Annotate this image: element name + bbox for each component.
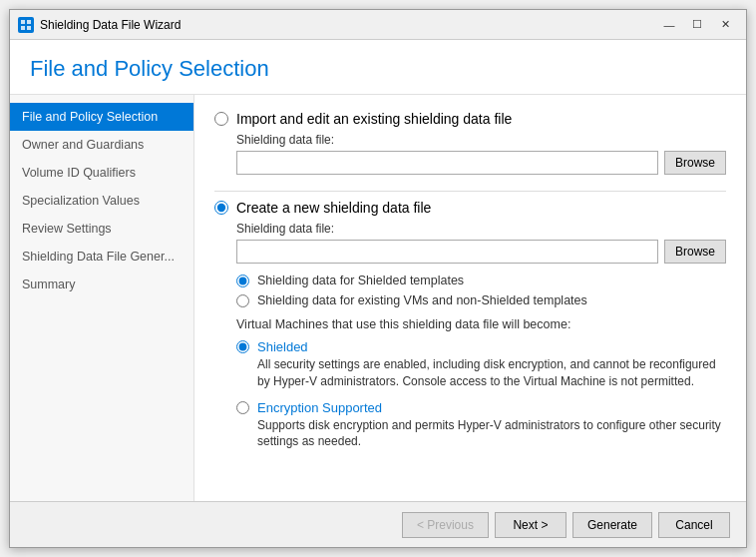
- encryption-title: Encryption Supported: [257, 400, 382, 415]
- divider: [214, 191, 726, 192]
- content-area: File and Policy Selection Owner and Guar…: [10, 95, 746, 501]
- create-field-group: Shielding data file: Browse: [236, 222, 726, 264]
- page-title: File and Policy Selection: [10, 40, 746, 95]
- wizard-window: Shielding Data File Wizard — ☐ ✕ File an…: [9, 9, 747, 548]
- encryption-radio[interactable]: [236, 401, 249, 414]
- sidebar-item-file-policy[interactable]: File and Policy Selection: [10, 103, 193, 131]
- import-file-input[interactable]: [236, 151, 658, 175]
- import-browse-button[interactable]: Browse: [664, 151, 726, 175]
- existing-vms-label[interactable]: Shielding data for existing VMs and non-…: [236, 293, 726, 307]
- window-controls: — ☐ ✕: [656, 16, 738, 34]
- import-radio-label[interactable]: Import and edit an existing shielding da…: [214, 111, 726, 127]
- sidebar-item-owner-guardians[interactable]: Owner and Guardians: [10, 131, 193, 159]
- shielded-title: Shielded: [257, 339, 308, 354]
- create-radio[interactable]: [214, 201, 228, 215]
- create-section: Create a new shielding data file Shieldi…: [214, 200, 726, 450]
- shielded-radio[interactable]: [236, 340, 249, 353]
- import-option-text: Import and edit an existing shielding da…: [236, 111, 512, 127]
- main-content: Import and edit an existing shielding da…: [194, 95, 746, 501]
- sidebar-item-review[interactable]: Review Settings: [10, 215, 193, 243]
- vm-options: Shielded All security settings are enabl…: [236, 339, 726, 450]
- import-field-group: Shielding data file: Browse: [236, 133, 726, 175]
- import-radio[interactable]: [214, 112, 228, 126]
- sidebar: File and Policy Selection Owner and Guar…: [10, 95, 194, 501]
- create-browse-button[interactable]: Browse: [664, 240, 726, 264]
- maximize-button[interactable]: ☐: [684, 16, 710, 34]
- shielded-templates-text: Shielding data for Shielded templates: [257, 274, 464, 287]
- existing-vms-text: Shielding data for existing VMs and non-…: [257, 293, 587, 307]
- svg-rect-1: [27, 20, 31, 24]
- generate-button[interactable]: Generate: [572, 512, 652, 538]
- window-title: Shielding Data File Wizard: [40, 18, 656, 32]
- app-icon: [18, 17, 34, 33]
- shielded-templates-label[interactable]: Shielding data for Shielded templates: [236, 274, 726, 287]
- cancel-button[interactable]: Cancel: [658, 512, 730, 538]
- shielded-radio-label[interactable]: Shielded: [236, 339, 726, 354]
- svg-rect-2: [21, 26, 25, 30]
- svg-rect-0: [21, 20, 25, 24]
- close-button[interactable]: ✕: [712, 16, 738, 34]
- shielded-templates-radio[interactable]: [236, 275, 249, 287]
- previous-button[interactable]: < Previous: [402, 512, 489, 538]
- create-option-text: Create a new shielding data file: [236, 200, 431, 216]
- minimize-button[interactable]: —: [656, 16, 682, 34]
- sidebar-item-summary[interactable]: Summary: [10, 271, 193, 298]
- create-file-input[interactable]: [236, 240, 658, 264]
- encryption-radio-label[interactable]: Encryption Supported: [236, 400, 726, 415]
- sidebar-item-generate[interactable]: Shielding Data File Gener...: [10, 243, 193, 271]
- create-field-row: Browse: [236, 240, 726, 264]
- encryption-option: Encryption Supported Supports disk encry…: [236, 400, 726, 451]
- existing-vms-radio[interactable]: [236, 294, 249, 307]
- title-bar: Shielding Data File Wizard — ☐ ✕: [10, 10, 746, 40]
- create-field-label: Shielding data file:: [236, 222, 726, 236]
- template-radio-group: Shielding data for Shielded templates Sh…: [236, 274, 726, 307]
- import-field-label: Shielding data file:: [236, 133, 726, 147]
- footer: < Previous Next > Generate Cancel: [10, 501, 746, 547]
- svg-rect-3: [27, 26, 31, 30]
- encryption-desc: Supports disk encryption and permits Hyp…: [257, 417, 726, 451]
- create-radio-label[interactable]: Create a new shielding data file: [214, 200, 726, 216]
- shielded-option: Shielded All security settings are enabl…: [236, 339, 726, 390]
- import-field-row: Browse: [236, 151, 726, 175]
- window-body: File and Policy Selection File and Polic…: [10, 40, 746, 547]
- import-section: Import and edit an existing shielding da…: [214, 111, 726, 175]
- next-button[interactable]: Next >: [495, 512, 567, 538]
- vm-section-label: Virtual Machines that use this shielding…: [236, 317, 704, 331]
- sidebar-item-volume-id[interactable]: Volume ID Qualifiers: [10, 159, 193, 187]
- sidebar-item-specialization[interactable]: Specialization Values: [10, 187, 193, 215]
- shielded-desc: All security settings are enabled, inclu…: [257, 356, 726, 390]
